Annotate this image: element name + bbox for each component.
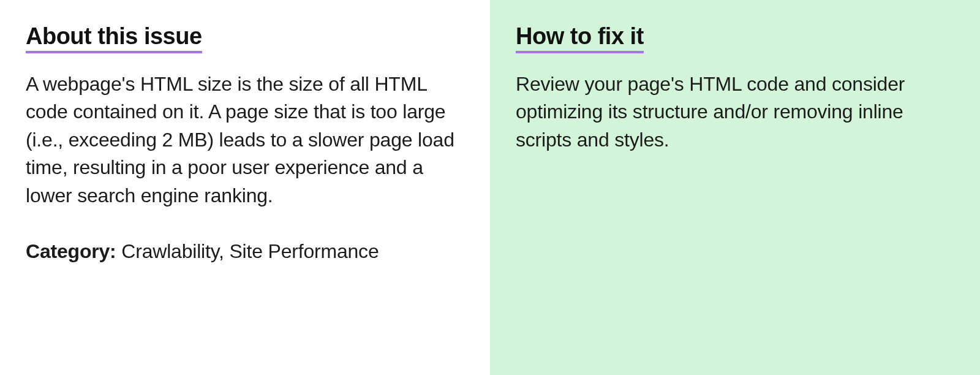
about-panel: About this issue A webpage's HTML size i… [0,0,490,375]
about-heading: About this issue [26,23,202,53]
category-label: Category: [26,240,121,262]
category-value: Crawlability, Site Performance [121,240,379,262]
about-description: A webpage's HTML size is the size of all… [26,70,464,210]
fix-description: Review your page's HTML code and conside… [516,70,954,154]
category-line: Category: Crawlability, Site Performance [26,238,464,265]
fix-panel: How to fix it Review your page's HTML co… [490,0,980,375]
fix-heading: How to fix it [516,23,644,53]
